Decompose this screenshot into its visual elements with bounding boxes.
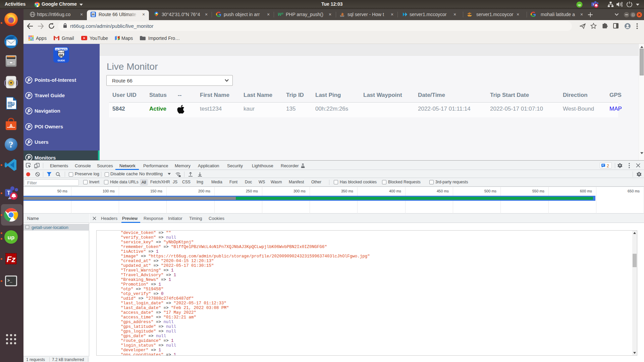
svg-text:up: up [8,234,15,241]
svg-text:Fz: Fz [7,255,16,264]
svg-text:T: T [593,3,594,6]
svg-text:?: ? [9,140,13,149]
svg-text:GUIDE: GUIDE [57,59,65,62]
svg-text:ULTIMATE: ULTIMATE [55,48,67,51]
svg-text:up: up [578,3,581,6]
svg-text:T: T [7,190,10,196]
svg-text:>_: >_ [7,279,12,283]
svg-text:66: 66 [59,53,63,57]
svg-text:66: 66 [92,13,95,15]
